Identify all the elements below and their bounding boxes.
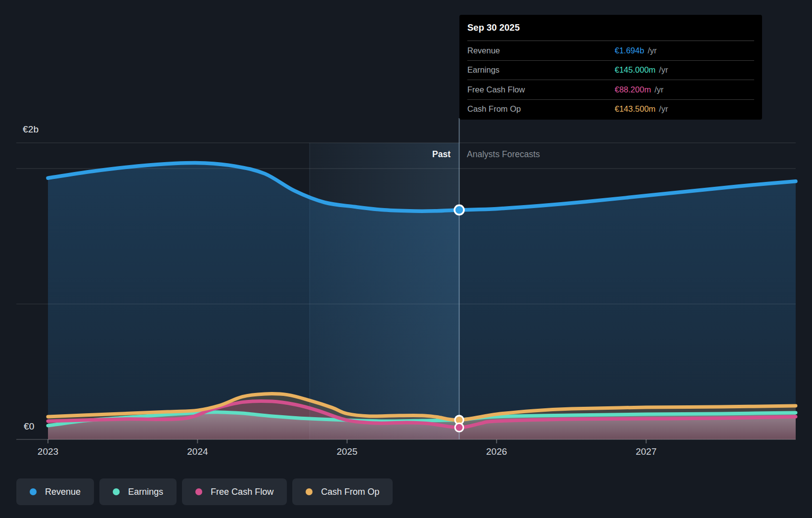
tooltip-date: Sep 30 2025 [467, 15, 754, 41]
x-axis-label-2027: 2027 [635, 446, 656, 457]
tooltip-row-value: €88.200m [615, 85, 651, 94]
legend-item-cash-from-op[interactable]: Cash From Op [292, 478, 393, 505]
legend-item-earnings[interactable]: Earnings [99, 478, 177, 505]
legend-color-dot [306, 488, 313, 495]
past-region-label: Past [432, 149, 451, 160]
legend-item-label: Free Cash Flow [211, 487, 273, 497]
tooltip-row-revenue: Revenue€1.694b/yr [467, 41, 754, 61]
legend-color-dot [113, 488, 120, 495]
tooltip-row-unit: /yr [659, 65, 668, 75]
free-cash-flow-marker-dot[interactable] [455, 423, 463, 432]
revenue-marker-dot[interactable] [454, 205, 464, 215]
analysts-forecasts-label: Analysts Forecasts [467, 149, 540, 160]
tooltip-row-label: Free Cash Flow [467, 85, 615, 94]
x-axis-label-2023: 2023 [38, 446, 58, 457]
legend-item-label: Cash From Op [321, 487, 379, 497]
x-axis-label-2025: 2025 [337, 446, 358, 457]
legend-color-dot [195, 488, 202, 495]
legend-item-label: Revenue [45, 487, 81, 497]
tooltip-row-label: Cash From Op [467, 104, 615, 114]
tooltip-row-free-cash-flow: Free Cash Flow€88.200m/yr [467, 80, 754, 100]
y-axis-label-0: €0 [24, 421, 35, 432]
tooltip-row-value: €145.000m [615, 65, 656, 75]
y-axis-label-2b: €2b [23, 124, 39, 135]
tooltip-row-cash-from-op: Cash From Op€143.500m/yr [467, 100, 754, 119]
tooltip-row-label: Earnings [467, 65, 615, 75]
tooltip-row-unit: /yr [659, 104, 668, 114]
x-axis-label-2024: 2024 [187, 446, 208, 457]
stock-financials-chart: €2b €0 Past Analysts Forecasts 202320242… [0, 0, 812, 518]
x-axis-label-2026: 2026 [486, 446, 507, 457]
tooltip-rows: Revenue€1.694b/yrEarnings€145.000m/yrFre… [467, 41, 754, 119]
legend-item-revenue[interactable]: Revenue [16, 478, 94, 505]
tooltip-row-unit: /yr [654, 85, 663, 94]
tooltip-row-value: €1.694b [615, 46, 644, 55]
chart-legend: RevenueEarningsFree Cash FlowCash From O… [16, 478, 393, 505]
tooltip-row-earnings: Earnings€145.000m/yr [467, 61, 754, 81]
tooltip-row-label: Revenue [467, 46, 615, 55]
tooltip-row-unit: /yr [648, 46, 657, 55]
legend-color-dot [30, 488, 37, 495]
legend-item-label: Earnings [128, 487, 163, 497]
legend-item-free-cash-flow[interactable]: Free Cash Flow [182, 478, 287, 505]
hover-tooltip: Sep 30 2025 Revenue€1.694b/yrEarnings€14… [459, 15, 762, 120]
tooltip-row-value: €143.500m [615, 104, 656, 114]
